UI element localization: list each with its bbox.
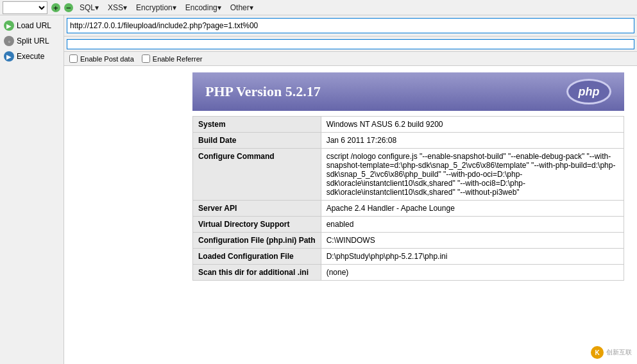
table-row: Build DateJan 6 2011 17:26:08 [193, 133, 624, 149]
watermark-logo: K [591, 346, 604, 359]
php-info-panel: PHP Version 5.2.17 php SystemWindows NT … [192, 72, 624, 281]
load-url-label: Load URL [17, 21, 51, 30]
enable-referrer-label[interactable]: Enable Referrer [142, 54, 203, 63]
table-row: Server APIApache 2.4 Handler - Apache Lo… [193, 201, 624, 217]
right-panel: Enable Post data Enable Referrer PHP Ver… [64, 15, 637, 364]
split-url-icon: ⬦ [4, 36, 14, 46]
table-key: System [193, 117, 321, 133]
load-url-item[interactable]: ▶ Load URL [0, 18, 64, 33]
table-key: Build Date [193, 133, 321, 149]
watermark: K 创新互联 [591, 346, 632, 359]
split-url-item[interactable]: ⬦ Split URL [0, 33, 64, 49]
table-row: Configuration File (php.ini) PathC:\WIND… [193, 233, 624, 249]
table-value: Windows NT ASUS 6.2 build 9200 [321, 117, 624, 133]
table-key: Configuration File (php.ini) Path [193, 233, 321, 249]
url-area [64, 15, 637, 37]
options-bar: Enable Post data Enable Referrer [64, 52, 637, 66]
table-value: Jan 6 2011 17:26:08 [321, 133, 624, 149]
enable-referrer-checkbox[interactable] [142, 54, 150, 63]
left-panel: ▶ Load URL ⬦ Split URL ▶ Execute [0, 15, 64, 364]
table-row: Virtual Directory Supportenabled [193, 217, 624, 233]
encoding-menu[interactable]: Encoding▾ [183, 3, 224, 12]
execute-label: Execute [17, 52, 44, 61]
table-key: Virtual Directory Support [193, 217, 321, 233]
table-key: Loaded Configuration File [193, 249, 321, 265]
php-logo: php [566, 79, 611, 104]
xss-menu[interactable]: XSS▾ [105, 3, 130, 12]
load-url-icon: ▶ [4, 21, 14, 31]
content-area: PHP Version 5.2.17 php SystemWindows NT … [64, 66, 637, 364]
green-minus-btn[interactable]: − [64, 3, 73, 12]
other-menu[interactable]: Other▾ [228, 3, 256, 12]
php-info-table: SystemWindows NT ASUS 6.2 build 9200Buil… [192, 116, 624, 281]
table-value: cscript /nologo configure.js "--enable-s… [321, 149, 624, 201]
execute-icon: ▶ [4, 51, 14, 62]
execute-item[interactable]: ▶ Execute [0, 49, 64, 64]
table-value: (none) [321, 265, 624, 281]
table-value: enabled [321, 217, 624, 233]
enable-post-checkbox[interactable] [69, 54, 78, 63]
table-key: Configure Command [193, 149, 321, 201]
table-key: Server API [193, 201, 321, 217]
url-second-row [64, 37, 637, 52]
table-key: Scan this dir for additional .ini [193, 265, 321, 281]
php-version-title: PHP Version 5.2.17 [205, 83, 321, 100]
php-header: PHP Version 5.2.17 php [192, 72, 624, 111]
table-row: SystemWindows NT ASUS 6.2 build 9200 [193, 117, 624, 133]
url-input[interactable] [67, 18, 634, 33]
encryption-menu[interactable]: Encryption▾ [133, 3, 179, 12]
toolbar: INT + − SQL▾ XSS▾ Encryption▾ Encoding▾ … [0, 0, 637, 15]
url-input-wrapper [64, 15, 637, 36]
table-row: Scan this dir for additional .ini(none) [193, 265, 624, 281]
enable-post-label[interactable]: Enable Post data [69, 54, 134, 63]
main-layout: ▶ Load URL ⬦ Split URL ▶ Execute Enable [0, 15, 637, 364]
split-url-label: Split URL [17, 37, 49, 46]
sql-menu[interactable]: SQL▾ [77, 3, 101, 12]
green-plus-btn[interactable]: + [51, 3, 60, 12]
watermark-text: 创新互联 [606, 348, 632, 357]
int-dropdown[interactable]: INT [3, 1, 47, 14]
table-value: Apache 2.4 Handler - Apache Lounge [321, 201, 624, 217]
table-value: C:\WINDOWS [321, 233, 624, 249]
table-value: D:\phpStudy\php\php-5.2.17\php.ini [321, 249, 624, 265]
table-row: Loaded Configuration FileD:\phpStudy\php… [193, 249, 624, 265]
table-row: Configure Commandcscript /nologo configu… [193, 149, 624, 201]
